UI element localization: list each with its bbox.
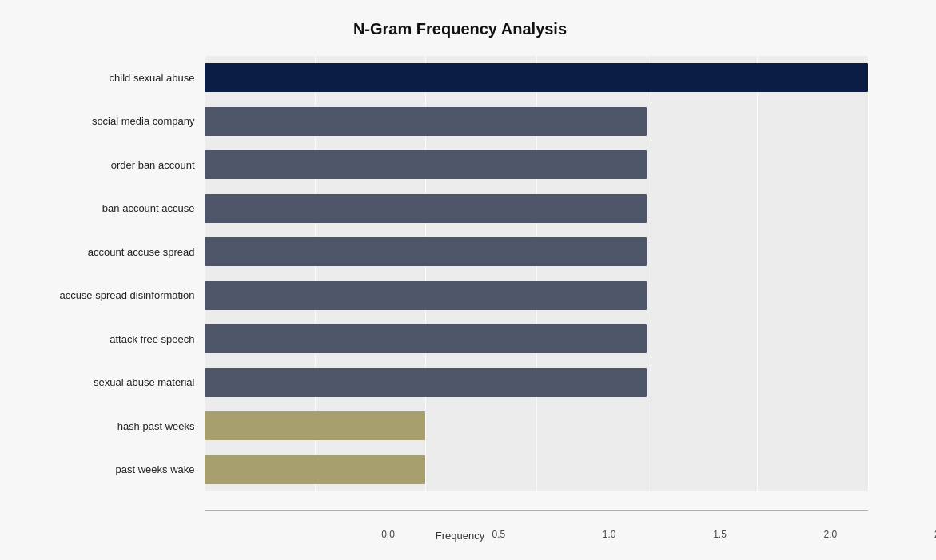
bar-label: sexual abuse material: [21, 361, 205, 405]
x-axis-line: [205, 510, 868, 511]
bar-label: child sexual abuse: [21, 56, 205, 100]
bar-fill: [205, 150, 647, 179]
bar-fill: [205, 324, 647, 353]
bar-label: ban account accuse: [21, 187, 205, 231]
bar-fill: [205, 455, 426, 484]
gridline: [868, 56, 869, 491]
bar-fill: [205, 194, 647, 223]
plot-area: [205, 56, 868, 491]
gridline: [647, 56, 647, 491]
bar-fill: [205, 368, 647, 397]
chart-title: N-Gram Frequency Analysis: [21, 16, 900, 38]
bar-label: order ban account: [21, 143, 205, 187]
bar-label: past weeks wake: [21, 448, 205, 492]
chart-wrapper: N-Gram Frequency Analysis child sexual a…: [21, 16, 900, 543]
gridline: [757, 56, 758, 491]
bars-section: child sexual abusesocial media companyor…: [21, 56, 900, 491]
x-axis-label: Frequency: [21, 530, 900, 542]
bar-fill: [205, 411, 426, 440]
bar-label: account accuse spread: [21, 230, 205, 274]
chart-container: N-Gram Frequency Analysis child sexual a…: [0, 0, 936, 560]
bar-fill: [205, 281, 647, 310]
bar-fill: [205, 63, 868, 92]
bar-label: hash past weeks: [21, 404, 205, 448]
bar-fill: [205, 107, 647, 136]
bar-label: social media company: [21, 100, 205, 144]
bar-label: accuse spread disinformation: [21, 274, 205, 318]
labels-column: child sexual abusesocial media companyor…: [21, 56, 205, 491]
bar-fill: [205, 237, 647, 266]
bar-label: attack free speech: [21, 317, 205, 361]
